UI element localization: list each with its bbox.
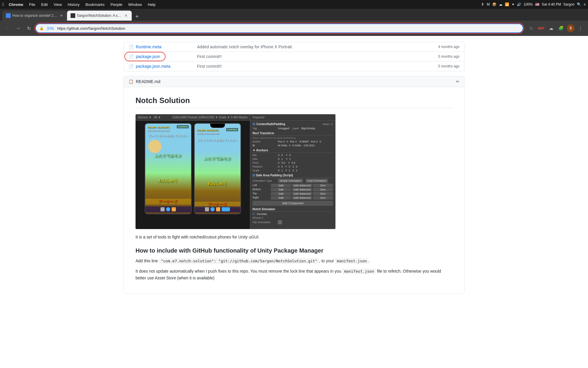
top-safe-balanced[interactable]: Safe Balanced: [292, 192, 312, 195]
garden-text-left: GARDEN: [177, 125, 189, 128]
bottom-zero[interactable]: Zero: [313, 188, 333, 191]
right-safe-balanced[interactable]: Safe Balanced: [292, 196, 312, 200]
flag-icon: 🇺🇸: [535, 2, 539, 6]
file-row-runtime-meta[interactable]: 📄 Runtime.meta Added automatic notch ove…: [124, 42, 464, 52]
people-menu[interactable]: People: [108, 2, 125, 7]
file-icon: 📄: [128, 44, 133, 49]
search-icon[interactable]: 🔍: [577, 2, 581, 6]
file-name-package-json[interactable]: package.json: [136, 54, 195, 59]
icon1r: [205, 207, 209, 211]
max-label: Max: [253, 158, 276, 160]
file-icon-pkg: 📄: [128, 54, 133, 59]
url-text[interactable]: https://github.com/5argon/NotchSolution: [57, 26, 519, 31]
score-text: ¥12,352 ★1,832,951: [148, 126, 169, 129]
pivot-y-val: 0.5: [292, 161, 295, 164]
volume-icon: 🔊: [517, 2, 521, 6]
file-name-runtime-meta[interactable]: Runtime.meta: [136, 44, 195, 49]
inspector-tag-row: Tag Untagged Layer BigOrtImpty: [253, 127, 333, 130]
username-text-right: 5ARGON 000-000-0000: [197, 132, 219, 135]
dual-orientation-btn[interactable]: Dual Orientation: [305, 179, 328, 183]
max-x-label: X: [278, 158, 280, 160]
new-tab-button[interactable]: +: [133, 12, 141, 21]
tab-2[interactable]: 5argon/NotchSolution: A set of ✕: [67, 11, 132, 21]
safe-area-section: ☑ Safe Area Padding (Script): [253, 174, 333, 178]
user-name: 5argon: [564, 2, 574, 6]
all-label: All ▼: [154, 116, 161, 119]
phone-screens-container: ¥12,352 ★1,832,951 5ARGON 000-000-0000 G…: [136, 121, 250, 229]
file-list: 📄 Runtime.meta Added automatic notch ove…: [123, 42, 465, 71]
hamburger-icon[interactable]: ≡: [584, 2, 586, 6]
tab-1[interactable]: How to organize asmdef 2019 ✕: [2, 11, 67, 21]
left-zero[interactable]: Zero: [313, 184, 333, 187]
min-label: Min: [253, 154, 276, 157]
bottom-safe[interactable]: Safe: [271, 188, 291, 191]
unity-panel-header: Gizmos ▼ All ▼ 2160x1080 Portrait (1080x…: [136, 114, 250, 121]
left-safe[interactable]: Safe: [271, 184, 291, 187]
safe-area-checkbox[interactable]: ☑: [253, 174, 255, 177]
readme-edit-button[interactable]: ✏: [456, 79, 460, 84]
window-menu[interactable]: Window: [126, 2, 144, 7]
tab-2-close[interactable]: ✕: [123, 13, 128, 18]
apple-logo[interactable]: : [2, 2, 4, 7]
char1: [148, 140, 161, 153]
right-zero[interactable]: Zero: [313, 196, 333, 200]
rot-y-val: 0: [289, 165, 290, 168]
bookmarks-menu[interactable]: Bookmarks: [83, 2, 107, 7]
component-checkbox[interactable]: ☑: [253, 122, 255, 126]
simulate-row: ☑ Simulate: [253, 213, 333, 216]
scl-z-label: Z: [293, 169, 294, 172]
flip-orientation-label: Flip Orientation: [253, 221, 276, 224]
view-menu[interactable]: View: [51, 2, 64, 7]
refresh-button[interactable]: ↻: [25, 24, 33, 32]
back-button[interactable]: ←: [4, 24, 12, 32]
forward-button[interactable]: →: [14, 24, 22, 32]
extension-icon[interactable]: 🧩: [557, 24, 565, 32]
file-name-package-json-meta[interactable]: package.json.meta: [136, 64, 195, 69]
pos-z-val: 0: [320, 140, 321, 143]
renshu-text-right: れんしゅう: [195, 181, 240, 186]
rect-transform-section: Rect Transform: [253, 132, 333, 136]
cloud-sync-icon[interactable]: ☁: [547, 24, 555, 32]
simulate-checkbox[interactable]: ☑: [253, 213, 255, 216]
top-safe[interactable]: Safe: [271, 192, 291, 195]
iphone-x-label: iPhone X: [253, 216, 276, 219]
top-zero[interactable]: Zero: [313, 192, 333, 195]
futari-text-right: ふたりであそぶ: [195, 156, 240, 161]
star-icon[interactable]: ☆: [527, 24, 535, 32]
left-safe-balanced[interactable]: Safe Balanced: [292, 184, 312, 187]
app-name[interactable]: Chrome: [6, 2, 26, 7]
icon2r: [211, 207, 215, 211]
right-safe[interactable]: Safe: [271, 196, 291, 200]
scale-row: Scale X 1 Y 1 Z 1: [253, 169, 333, 172]
address-input[interactable]: 🔒 [US] https://github.com/5argon/NotchSo…: [35, 24, 523, 33]
pos-x-val: 0: [287, 140, 288, 143]
readme-header: 📋 README.md ✏: [124, 76, 464, 87]
file-menu[interactable]: File: [27, 2, 38, 7]
more-button[interactable]: ⋮: [576, 24, 584, 32]
flip-orientation-row: Flip Orientation: [253, 220, 333, 224]
simple-orientation-btn[interactable]: Simple Orientation: [278, 179, 303, 183]
file-row-package-json-meta[interactable]: 📄 package.json.meta First commit!! 5 mon…: [124, 62, 464, 71]
add-component-btn[interactable]: Add Component: [253, 201, 333, 206]
iphone-x-row: iPhone X: [253, 216, 333, 219]
orientation-type-row: Orientation Type Simple Orientation Dual…: [253, 179, 333, 183]
flip-checkbox[interactable]: [278, 220, 282, 224]
battery-label: 100%: [524, 2, 533, 6]
left-label: Left: [253, 184, 270, 187]
pivot-x-val: 0.5: [281, 161, 285, 164]
max-y-label: Y: [286, 158, 288, 160]
history-menu[interactable]: History: [65, 2, 82, 7]
file-row-package-json[interactable]: 📄 package.json First commit!! 5 months a…: [124, 52, 464, 62]
playstyle-text-right: プレイスタイルを選んでください: [195, 138, 240, 142]
scl-x-val: 1: [281, 169, 283, 172]
tab-1-close[interactable]: ✕: [59, 13, 64, 18]
static-label: Static ▼: [323, 123, 333, 126]
profile-avatar[interactable]: 5: [567, 24, 574, 32]
bottom-safe-balanced[interactable]: Safe Balanced: [292, 188, 312, 191]
help-menu[interactable]: Help: [146, 2, 158, 7]
clock: Sat 4:40 PM: [542, 2, 561, 6]
anchors-label: ▼ Anchors: [253, 149, 333, 153]
abp-icon[interactable]: ABP: [537, 24, 545, 32]
anchor-icon: ⊞: [253, 144, 276, 147]
edit-menu[interactable]: Edit: [39, 2, 50, 7]
